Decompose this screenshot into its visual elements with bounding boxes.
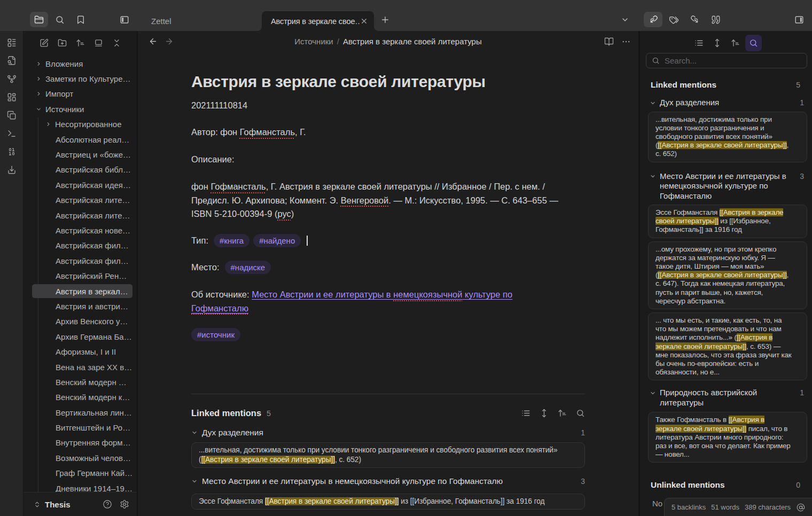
file-explorer-tab-button[interactable] bbox=[30, 12, 48, 27]
tree-file[interactable]: Австрийский Рен… bbox=[24, 268, 137, 283]
nav-collapse-all-button[interactable] bbox=[111, 37, 122, 49]
tree-file[interactable]: Австрийская библ… bbox=[24, 162, 137, 177]
chevron-right-icon bbox=[45, 121, 51, 127]
tag-pill[interactable]: #источник bbox=[191, 328, 240, 341]
ribbon-layout-dashboard-button[interactable] bbox=[0, 88, 24, 106]
outgoing-links-pane-button[interactable] bbox=[685, 12, 704, 27]
tab-list-button[interactable] bbox=[616, 12, 634, 27]
backlinks-search-button[interactable] bbox=[575, 408, 585, 418]
tree-file[interactable]: Вертикальная лин… bbox=[24, 405, 137, 420]
tree-file[interactable]: Австрия и австри… bbox=[24, 299, 137, 314]
ribbon-terminal-button[interactable] bbox=[0, 124, 24, 143]
tree-file[interactable]: Абсолютная реал… bbox=[24, 132, 137, 147]
new-tab-button[interactable] bbox=[376, 12, 394, 27]
workspace-ribbon bbox=[0, 31, 24, 516]
tree-file[interactable]: Австрийская лите… bbox=[24, 208, 137, 223]
settings-button[interactable] bbox=[119, 499, 129, 510]
at-sign-icon[interactable] bbox=[797, 503, 805, 512]
matched-text-highlight: [[Австрия в зеркале своей литературы]] bbox=[201, 456, 335, 464]
backlink-section-header[interactable]: Дух разделения1 bbox=[640, 98, 812, 108]
tags-pane-button[interactable] bbox=[665, 12, 683, 27]
tag-pill[interactable]: #найдено bbox=[253, 234, 301, 247]
ribbon-binary-button[interactable] bbox=[0, 143, 24, 161]
backlink-result[interactable]: ...вительная, достижима только при услов… bbox=[191, 442, 585, 468]
nav-new-note-button[interactable] bbox=[38, 37, 50, 49]
backlink-section-title: Природность австрийскойлитературы bbox=[660, 388, 757, 408]
tree-file[interactable]: Австрийская лите… bbox=[24, 193, 137, 208]
pane-search-button[interactable] bbox=[745, 35, 762, 51]
backlinks-search-input[interactable] bbox=[665, 56, 793, 65]
ribbon-file-search-button[interactable] bbox=[0, 52, 24, 70]
pane-list-button[interactable] bbox=[691, 35, 707, 51]
reading-view-button[interactable] bbox=[604, 36, 614, 46]
backlinks-pane-button[interactable] bbox=[644, 12, 662, 27]
more-options-button[interactable] bbox=[621, 36, 631, 46]
ribbon-copy-button[interactable] bbox=[0, 106, 24, 124]
tab-close-button[interactable] bbox=[360, 17, 369, 26]
ribbon-import-button[interactable] bbox=[0, 161, 24, 179]
backlink-section-title: Место Австрии и ее литературы в немецкоя… bbox=[202, 476, 503, 486]
search-tab-button[interactable] bbox=[51, 12, 69, 27]
ribbon-layout-list-button[interactable] bbox=[0, 34, 24, 52]
backlinks-list-button[interactable] bbox=[521, 408, 530, 418]
tree-folder[interactable]: Несортированное bbox=[24, 117, 137, 132]
backlink-result[interactable]: ...ому прохожему, но при этом крепкодерж… bbox=[648, 241, 807, 309]
misspelled-word: Венгеровой bbox=[341, 196, 388, 205]
tree-file[interactable]: Архив Венского у… bbox=[24, 314, 137, 329]
search-icon bbox=[55, 15, 65, 25]
ribbon-git-fork-button[interactable] bbox=[0, 70, 24, 88]
tree-item-label: Архив Венского у… bbox=[56, 317, 128, 326]
tree-file[interactable]: Граф Германн Кай… bbox=[24, 466, 137, 481]
tree-file[interactable]: Австриец и «боже… bbox=[24, 147, 137, 162]
toggle-right-sidebar-button[interactable] bbox=[790, 12, 808, 27]
toggle-left-sidebar-button[interactable] bbox=[115, 12, 134, 27]
backlink-section-header[interactable]: Место Австрии и ее литературы в немецкоя… bbox=[191, 476, 585, 486]
tree-file[interactable]: Австрийская идея… bbox=[24, 177, 137, 192]
tree-folder[interactable]: Импорт bbox=[24, 87, 137, 101]
tree-file[interactable]: Венский модерн … bbox=[24, 374, 137, 389]
backlink-result[interactable]: Эссе Гофмансталя [[Австрия в зеркалесвое… bbox=[648, 205, 807, 238]
backlink-section-header[interactable]: Место Австрии и ее литературы внемецкояз… bbox=[640, 171, 812, 201]
nav-new-folder-button[interactable] bbox=[57, 37, 68, 49]
backlink-section-header[interactable]: Дух разделения1 bbox=[191, 428, 585, 437]
tree-file[interactable]: Вена на заре XX в… bbox=[24, 359, 137, 374]
tree-file[interactable]: Австрия в зеркал… bbox=[24, 284, 137, 299]
backlink-result[interactable]: ...вительная, достижима только приуслови… bbox=[648, 112, 807, 162]
tree-file[interactable]: Витгенштейн и Ро… bbox=[24, 420, 137, 435]
tree-file[interactable]: Возможный челов… bbox=[24, 450, 137, 465]
note-content[interactable]: Австрия в зеркале своей литературы 20211… bbox=[191, 31, 585, 516]
backlinks-pane-content: Linked mentions5Дух разделения1...витель… bbox=[640, 68, 812, 516]
vault-switcher[interactable]: Thesis bbox=[34, 500, 71, 509]
tag-pill[interactable]: #книга bbox=[214, 234, 249, 247]
tree-folder[interactable]: Источники bbox=[24, 101, 137, 116]
misspelled-word: Гофмансталю bbox=[191, 303, 248, 313]
tag-pill[interactable]: #надиске bbox=[225, 261, 271, 274]
pane-move-vertical-button[interactable] bbox=[709, 35, 725, 51]
backlink-result[interactable]: Эссе Гофмансталя [[Австрия в зеркале сво… bbox=[191, 494, 585, 510]
backlinks-sort-asc-button[interactable] bbox=[557, 408, 567, 418]
nav-gallery-button[interactable] bbox=[93, 37, 104, 49]
tree-file[interactable]: Венский модерн к… bbox=[24, 390, 137, 405]
panel-left-icon bbox=[120, 15, 129, 25]
backlink-result[interactable]: ... что мы есть, и такие, как есть, то, … bbox=[648, 312, 807, 380]
search-icon bbox=[652, 57, 660, 65]
help-button[interactable] bbox=[102, 499, 112, 510]
tree-file[interactable]: Афоризмы, I и II bbox=[24, 344, 137, 359]
pane-sort-asc-button[interactable] bbox=[727, 35, 744, 51]
backlink-section-header[interactable]: Природность австрийскойлитературы1 bbox=[640, 388, 812, 408]
bookmarks-tab-button[interactable] bbox=[72, 12, 90, 27]
gallery-icon bbox=[94, 38, 103, 48]
tree-file[interactable]: Австрийская фил… bbox=[24, 253, 137, 268]
matched-text-highlight: [[Австрия в зеркале bbox=[720, 208, 784, 216]
tree-file[interactable]: Австрийская нове… bbox=[24, 223, 137, 238]
quote-pane-button[interactable] bbox=[706, 12, 725, 27]
tab-active-note[interactable]: Австрия в зеркале свое… bbox=[262, 11, 374, 31]
backlink-result[interactable]: Также Гофмансталь в [[Австрия взеркале с… bbox=[648, 412, 807, 463]
tree-folder[interactable]: Заметки по Культуре… bbox=[24, 71, 137, 86]
tree-folder[interactable]: Вложения bbox=[24, 56, 137, 71]
backlinks-move-vertical-button[interactable] bbox=[539, 408, 549, 418]
tree-file[interactable]: Архив Германа Ба… bbox=[24, 329, 137, 344]
tree-file[interactable]: Австрийская фил… bbox=[24, 238, 137, 253]
tree-file[interactable]: Внутренняя форм… bbox=[24, 435, 137, 450]
nav-sort-asc-button[interactable] bbox=[75, 37, 86, 49]
